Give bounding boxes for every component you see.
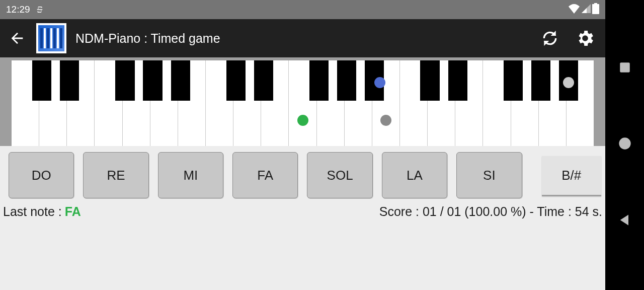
- note-dot: [374, 77, 385, 88]
- piano-keyboard[interactable]: [12, 60, 594, 146]
- signal-icon: [581, 4, 591, 16]
- nav-recent-button[interactable]: [618, 61, 631, 76]
- black-key[interactable]: [337, 60, 356, 101]
- note-dot: [380, 115, 391, 126]
- android-nav-bar: [605, 0, 644, 290]
- last-note-label: Last note :: [3, 204, 62, 219]
- black-key[interactable]: [504, 60, 523, 101]
- svg-point-1: [619, 137, 630, 149]
- last-note-value: FA: [65, 204, 81, 219]
- note-dot: [563, 77, 574, 88]
- black-key[interactable]: [32, 60, 51, 101]
- black-key[interactable]: [531, 60, 550, 101]
- battery-icon: [592, 3, 599, 17]
- black-key[interactable]: [226, 60, 246, 101]
- black-key[interactable]: [115, 60, 134, 101]
- black-key[interactable]: [171, 60, 190, 101]
- refresh-button[interactable]: [537, 25, 563, 51]
- piano-frame: [0, 57, 605, 146]
- note-button-fa[interactable]: FA: [232, 152, 298, 198]
- nav-back-button[interactable]: [618, 213, 632, 229]
- app-icon: [36, 23, 66, 53]
- app-bar: NDM-Piano : Timed game: [0, 19, 605, 57]
- black-key[interactable]: [143, 60, 162, 101]
- sharp-toggle-button[interactable]: B/#: [542, 156, 601, 196]
- note-button-mi[interactable]: MI: [158, 152, 223, 198]
- black-key[interactable]: [60, 60, 79, 101]
- note-dot: [297, 115, 308, 126]
- settings-button[interactable]: [572, 25, 598, 51]
- black-key[interactable]: [420, 60, 439, 101]
- wifi-icon: [568, 4, 580, 16]
- note-button-sol[interactable]: SOL: [307, 152, 372, 198]
- svg-rect-0: [620, 62, 630, 72]
- status-time: 12:29: [6, 4, 30, 15]
- note-button-re[interactable]: RE: [83, 152, 148, 198]
- status-line: Last note : FA Score : 01 / 01 (100.00 %…: [0, 201, 605, 219]
- strikethrough-s-icon: [35, 5, 44, 14]
- status-bar: 12:29: [0, 0, 605, 19]
- back-button[interactable]: [7, 28, 27, 48]
- black-key[interactable]: [309, 60, 329, 101]
- black-key[interactable]: [254, 60, 273, 101]
- black-key[interactable]: [448, 60, 467, 101]
- note-button-la[interactable]: LA: [382, 152, 447, 198]
- score-text: Score : 01 / 01 (100.00 %) - Time : 54 s…: [379, 204, 602, 219]
- note-button-do[interactable]: DO: [9, 152, 74, 198]
- app-title: NDM-Piano : Timed game: [75, 31, 220, 46]
- nav-home-button[interactable]: [618, 136, 632, 153]
- app-screen: 12:29 NDM-Piano : Timed game: [0, 0, 605, 290]
- note-buttons-row: DOREMIFASOLLASIB/#: [0, 146, 605, 201]
- note-button-si[interactable]: SI: [456, 152, 522, 198]
